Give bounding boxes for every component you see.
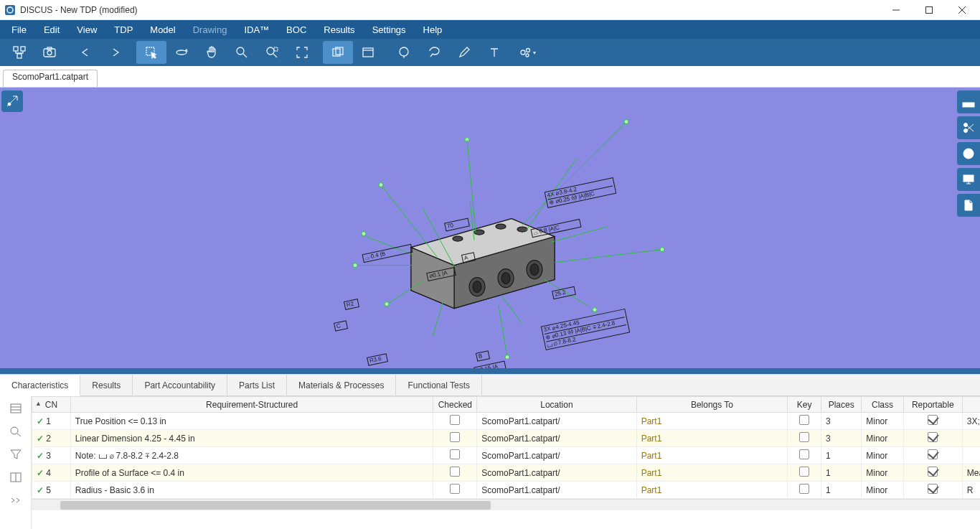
document-tab[interactable]: ScomoPart1.catpart [3, 70, 98, 87]
tool-lasso-icon[interactable] [419, 41, 449, 64]
tool-fit-icon[interactable] [287, 41, 317, 64]
window-minimize-button[interactable] [880, 0, 913, 20]
table-row[interactable]: ✓ 2Linear Dimension 4.25 - 4.45 inScomoP… [32, 430, 981, 447]
menu-boc[interactable]: BOC [279, 22, 314, 37]
tab-functional-tests[interactable]: Functional Tests [396, 375, 482, 395]
tab-part-accountability[interactable]: Part Accountability [133, 375, 227, 395]
tool-pan-icon[interactable] [197, 41, 227, 64]
sidebar-more-icon[interactable] [7, 492, 24, 508]
tool-window-single-icon[interactable] [353, 41, 383, 64]
menu-settings[interactable]: Settings [365, 22, 413, 37]
tab-results[interactable]: Results [80, 375, 133, 395]
table-row[interactable]: ✓ 5Radius - Basic 3.6 inScomoPart1.catpa… [32, 482, 981, 499]
menu-ida[interactable]: IDA™ [237, 22, 276, 37]
document-icon[interactable] [957, 194, 980, 217]
key-checkbox[interactable] [799, 449, 809, 459]
grid-sidebar [0, 396, 32, 529]
tool-camera-icon[interactable] [34, 41, 65, 64]
characteristics-grid[interactable]: ▲CN Requirement-Structured Checked Locat… [32, 396, 980, 499]
key-checkbox[interactable] [799, 484, 809, 494]
svg-point-42 [517, 227, 527, 232]
table-row[interactable]: ✓ 1True Position <= 0.13 inScomoPart1.ca… [32, 413, 981, 430]
col-requirement[interactable]: Requirement [962, 397, 980, 413]
checked-checkbox[interactable] [450, 484, 460, 494]
col-class[interactable]: Class [862, 397, 904, 413]
table-row[interactable]: ✓ 3Note: ⌴ ∅ 7.8-8.2 ∓ 2.4-2.8ScomoPart1… [32, 447, 981, 464]
col-cn[interactable]: ▲CN [32, 397, 71, 413]
reportable-checkbox[interactable] [928, 432, 938, 442]
viewport-target-icon[interactable] [1, 90, 23, 112]
svg-line-17 [273, 54, 277, 57]
col-requirement-structured[interactable]: Requirement-Structured [70, 397, 433, 413]
sidebar-filter-icon[interactable] [7, 446, 24, 462]
col-places[interactable]: Places [821, 397, 862, 413]
checked-checkbox[interactable] [450, 467, 460, 477]
svg-point-16 [267, 47, 274, 55]
tool-structure-icon[interactable] [4, 41, 34, 64]
tool-text-icon[interactable] [479, 41, 509, 64]
tool-settings-gears-icon[interactable]: ▾ [509, 41, 545, 64]
info-icon[interactable] [957, 142, 980, 165]
tab-parts-list[interactable]: Parts List [227, 375, 287, 395]
viewport-accent-bar [0, 368, 980, 374]
svg-point-39 [453, 236, 463, 241]
model-viewport[interactable]: 4X ⌀3.8-4.2⊕ ⌀0.25 Ⓜ |A|B|C70⌓ 0.8 |A|C⌓… [0, 88, 980, 374]
tab-materials-processes[interactable]: Materials & Processes [287, 375, 396, 395]
menu-view[interactable]: View [70, 22, 104, 37]
menu-results[interactable]: Results [316, 22, 362, 37]
measure-icon[interactable] [957, 90, 980, 113]
reportable-checkbox[interactable] [928, 484, 938, 494]
grid-horizontal-scrollbar[interactable] [32, 499, 980, 510]
sidebar-list-icon[interactable] [7, 401, 24, 416]
menu-tdp[interactable]: TDP [107, 22, 140, 37]
sidebar-columns-icon[interactable] [7, 469, 24, 485]
window-title: DISCUS - New TDP (modified) [20, 5, 138, 15]
key-checkbox[interactable] [799, 467, 809, 477]
monitor-icon[interactable] [957, 168, 980, 191]
gdt-callout[interactable]: B [476, 350, 490, 361]
checked-checkbox[interactable] [450, 432, 460, 442]
tab-characteristics[interactable]: Characteristics [0, 375, 80, 396]
window-maximize-button[interactable] [913, 0, 946, 20]
tool-zoom-icon[interactable] [227, 41, 257, 64]
table-row[interactable]: ✓ 4Profile of a Surface <= 0.4 inScomoPa… [32, 464, 981, 482]
col-location[interactable]: Location [477, 397, 636, 413]
scissors-icon[interactable] [957, 116, 980, 139]
window-close-button[interactable] [946, 0, 979, 20]
svg-point-55 [379, 182, 383, 187]
key-checkbox[interactable] [799, 415, 809, 425]
svg-point-60 [660, 247, 664, 251]
svg-line-49 [522, 121, 626, 225]
tool-redo-icon[interactable] [100, 41, 131, 64]
svg-point-64 [362, 231, 366, 235]
reportable-checkbox[interactable] [928, 415, 938, 425]
tool-pointer-select-icon[interactable] [136, 41, 166, 64]
svg-point-26 [527, 49, 530, 52]
col-reportable[interactable]: Reportable [903, 397, 962, 413]
tool-pen-icon[interactable] [449, 41, 479, 64]
reportable-checkbox[interactable] [928, 449, 938, 459]
tool-window-multi-icon[interactable] [323, 41, 353, 64]
key-checkbox[interactable] [799, 432, 809, 442]
tool-balloon-circle-icon[interactable] [389, 41, 419, 64]
main-toolbar: ▾ [0, 39, 980, 66]
col-belongs-to[interactable]: Belongs To [636, 397, 788, 413]
checked-checkbox[interactable] [450, 449, 460, 459]
tool-rotate-icon[interactable] [166, 41, 197, 64]
col-checked[interactable]: Checked [433, 397, 477, 413]
menu-edit[interactable]: Edit [37, 22, 67, 37]
lower-tabstrip: CharacteristicsResultsPart Accountabilit… [0, 375, 980, 396]
tool-zoom-area-icon[interactable] [257, 41, 287, 64]
svg-rect-36 [963, 175, 974, 182]
col-key[interactable]: Key [788, 397, 821, 413]
menu-file[interactable]: File [4, 22, 34, 37]
window-titlebar: DISCUS - New TDP (modified) [0, 0, 980, 20]
menu-model[interactable]: Model [143, 22, 182, 37]
checked-checkbox[interactable] [450, 415, 460, 425]
svg-point-46 [501, 272, 510, 284]
reportable-checkbox[interactable] [928, 467, 938, 477]
tool-undo-icon[interactable] [70, 41, 100, 64]
sidebar-search-icon[interactable] [7, 423, 24, 439]
menu-drawing: Drawing [186, 22, 235, 37]
menu-help[interactable]: Help [416, 22, 450, 37]
